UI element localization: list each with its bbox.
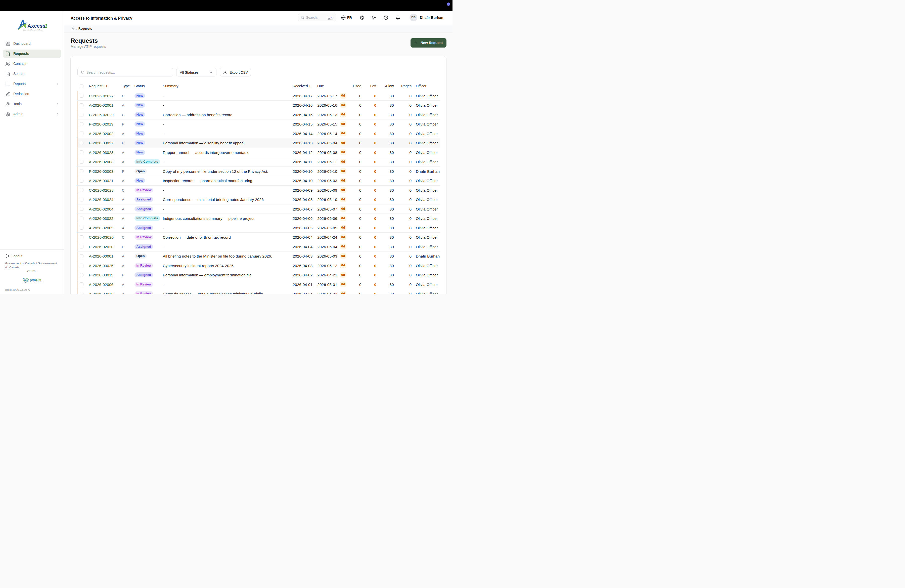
svg-text:Axcess: Axcess [27, 23, 46, 29]
svg-text:Access to Information Software: Access to Information Software [23, 29, 43, 31]
svg-text:Technologies Inc | SoftSim.ai: Technologies Inc | SoftSim.ai [30, 281, 43, 283]
svg-text:1: 1 [44, 23, 48, 29]
svg-text:SoftSim: SoftSim [30, 278, 41, 281]
